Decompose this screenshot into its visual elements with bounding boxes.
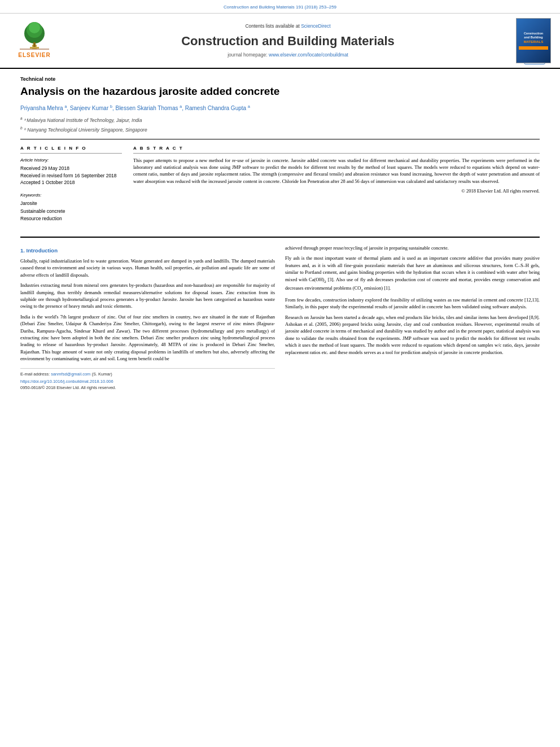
journal-cover-image: Construction and Building MATERIALS bbox=[516, 18, 551, 63]
svg-rect-5 bbox=[30, 47, 39, 49]
homepage-url[interactable]: www.elsevier.com/locate/conbuildmat bbox=[269, 52, 348, 58]
svg-point-3 bbox=[29, 22, 40, 33]
author-blessen: Blessen Skariah Thomas a bbox=[115, 105, 182, 111]
cover-bar bbox=[519, 46, 548, 50]
keyword-2: Sustainable concrete bbox=[20, 208, 122, 216]
authors-list: Priyansha Mehra a, Sanjeev Kumar b, Bles… bbox=[20, 104, 540, 112]
revised-date: Received in revised form 16 September 20… bbox=[20, 172, 122, 180]
author-ramesh: Ramesh Chandra Gupta a bbox=[185, 105, 250, 111]
received-date: Received 29 May 2018 bbox=[20, 165, 122, 172]
email-footnote: E-mail address: sanmfsd@gmail.com (S. Ku… bbox=[20, 372, 275, 378]
intro-para-3: India is the world's 7th largest produce… bbox=[20, 313, 275, 362]
copyright-line: © 2018 Elsevier Ltd. All rights reserved… bbox=[133, 188, 540, 195]
keyword-list: Jarosite Sustainable concrete Resource r… bbox=[20, 200, 122, 223]
author-priyansha: Priyansha Mehra a bbox=[20, 105, 67, 111]
top-header: Construction and Building Materials 191 … bbox=[0, 0, 560, 14]
affiliation-b: b ᵇ Nanyang Technological University Sin… bbox=[20, 125, 540, 134]
homepage-label: journal homepage: bbox=[228, 52, 267, 58]
cover-line2: and Building bbox=[524, 36, 542, 39]
journal-header: ELSEVIER Contents lists available at Sci… bbox=[0, 14, 560, 69]
author-sanjeev: Sanjeev Kumar b bbox=[70, 105, 112, 111]
intro-para-6: From few decades, construction industry … bbox=[285, 296, 540, 311]
technical-note-label: Technical note bbox=[20, 76, 540, 83]
footnote-section: E-mail address: sanmfsd@gmail.com (S. Ku… bbox=[20, 368, 275, 392]
paper-content: ✓ Check forupdates Technical note Analys… bbox=[0, 69, 560, 230]
history-label: Article history: bbox=[20, 157, 122, 163]
divider-meta bbox=[20, 139, 540, 139]
paper-title: Analysis on the hazardous jarosite added… bbox=[20, 85, 540, 98]
keyword-3: Resource reduction bbox=[20, 215, 122, 223]
doi-link[interactable]: https://doi.org/10.1016/j.conbuildmat.20… bbox=[20, 379, 275, 385]
header-center: Contents lists available at ScienceDirec… bbox=[65, 23, 510, 59]
intro-para-1: Globally, rapid industrialization led to… bbox=[20, 257, 275, 278]
issn-line: 0950-0618/© 2018 Elsevier Ltd. All right… bbox=[20, 385, 275, 391]
elsevier-logo: ELSEVIER bbox=[9, 22, 60, 59]
intro-para-4: achieved through proper reuse/recycling … bbox=[285, 244, 540, 251]
article-info-panel: A R T I C L E I N F O Article history: R… bbox=[20, 145, 122, 223]
keywords-section: Keywords: Jarosite Sustainable concrete … bbox=[20, 192, 122, 223]
elsevier-text: ELSEVIER bbox=[18, 51, 50, 59]
meta-section: A R T I C L E I N F O Article history: R… bbox=[20, 145, 540, 223]
journal-title: Construction and Building Materials bbox=[65, 33, 510, 50]
body-column-left: 1. Introduction Globally, rapid industri… bbox=[20, 244, 275, 391]
elsevier-tree-icon bbox=[14, 22, 55, 51]
cover-line1: Construction bbox=[524, 32, 543, 35]
accepted-date: Accepted 1 October 2018 bbox=[20, 179, 122, 186]
body-column-right: achieved through proper reuse/recycling … bbox=[285, 244, 540, 391]
main-divider bbox=[20, 237, 540, 238]
article-info-heading: A R T I C L E I N F O bbox=[20, 145, 122, 153]
body-section: 1. Introduction Globally, rapid industri… bbox=[0, 244, 560, 391]
abstract-text: This paper attempts to propose a new met… bbox=[133, 157, 540, 185]
email-person: (S. Kumar) bbox=[91, 372, 112, 377]
keyword-1: Jarosite bbox=[20, 200, 122, 208]
journal-homepage: journal homepage: www.elsevier.com/locat… bbox=[65, 52, 510, 59]
email-address[interactable]: sanmfsd@gmail.com bbox=[51, 372, 90, 377]
section1-heading: 1. Introduction bbox=[20, 247, 275, 255]
sciencedirect-link[interactable]: Contents lists available at ScienceDirec… bbox=[65, 23, 510, 30]
sciencedirect-prefix: Contents lists available at bbox=[245, 23, 299, 29]
cover-line3: MATERIALS bbox=[524, 40, 544, 43]
keywords-label: Keywords: bbox=[20, 192, 122, 198]
journal-reference: Construction and Building Materials 191 … bbox=[224, 5, 336, 10]
intro-para-5: Fly ash is the most important waste of t… bbox=[285, 255, 540, 292]
intro-para-7: Research on Jarosite has been started a … bbox=[285, 314, 540, 356]
affiliation-a: a ᵃ Malaviya National Institute of Techn… bbox=[20, 116, 540, 124]
intro-para-2: Industries extracting metal from mineral… bbox=[20, 282, 275, 310]
abstract-panel: A B S T R A C T This paper attempts to p… bbox=[133, 145, 540, 223]
sciencedirect-name: ScienceDirect bbox=[301, 23, 330, 29]
cover-title: Construction and Building MATERIALS bbox=[524, 32, 544, 44]
email-label: E-mail address: bbox=[20, 372, 50, 377]
abstract-heading: A B S T R A C T bbox=[133, 145, 540, 153]
